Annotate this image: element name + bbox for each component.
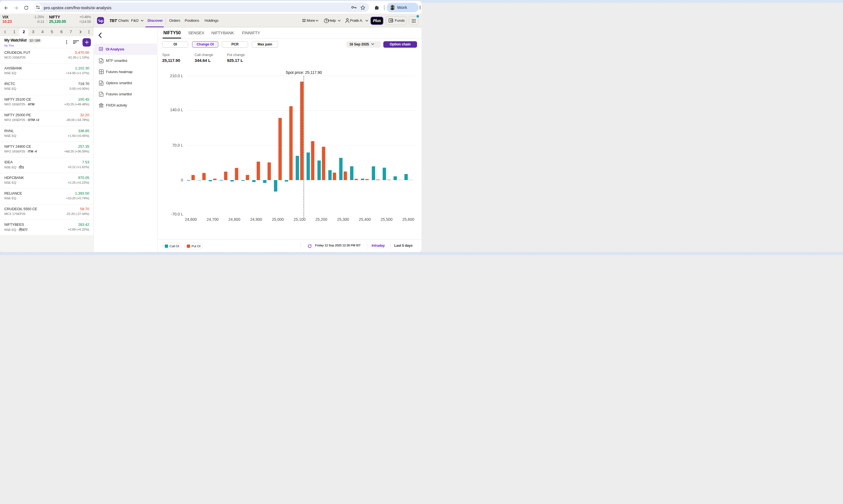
svg-text:Spot price: 25,117.90: Spot price: 25,117.90 (286, 70, 322, 75)
svg-text:0: 0 (181, 178, 183, 182)
svg-text:24,700: 24,700 (207, 217, 219, 222)
svg-text:24,900: 24,900 (250, 217, 262, 222)
svg-text:25,500: 25,500 (381, 217, 393, 222)
svg-text:24,800: 24,800 (229, 217, 240, 222)
svg-text:M: M (100, 60, 102, 62)
svg-text:25,300: 25,300 (337, 217, 349, 222)
svg-text:-70.0 L: -70.0 L (171, 212, 183, 216)
svg-text:70.0 L: 70.0 L (172, 143, 183, 147)
svg-text:25,600: 25,600 (402, 217, 414, 222)
svg-text:25,000: 25,000 (272, 217, 284, 222)
svg-text:24,600: 24,600 (185, 217, 197, 222)
svg-text:140.0 L: 140.0 L (170, 108, 183, 112)
svg-text:up: up (99, 19, 103, 23)
svg-text:25,200: 25,200 (316, 217, 327, 222)
svg-text:F: F (100, 93, 102, 96)
svg-text:25,100: 25,100 (294, 217, 306, 222)
svg-text:210.0 L: 210.0 L (170, 74, 183, 78)
svg-text:25,400: 25,400 (359, 217, 371, 222)
